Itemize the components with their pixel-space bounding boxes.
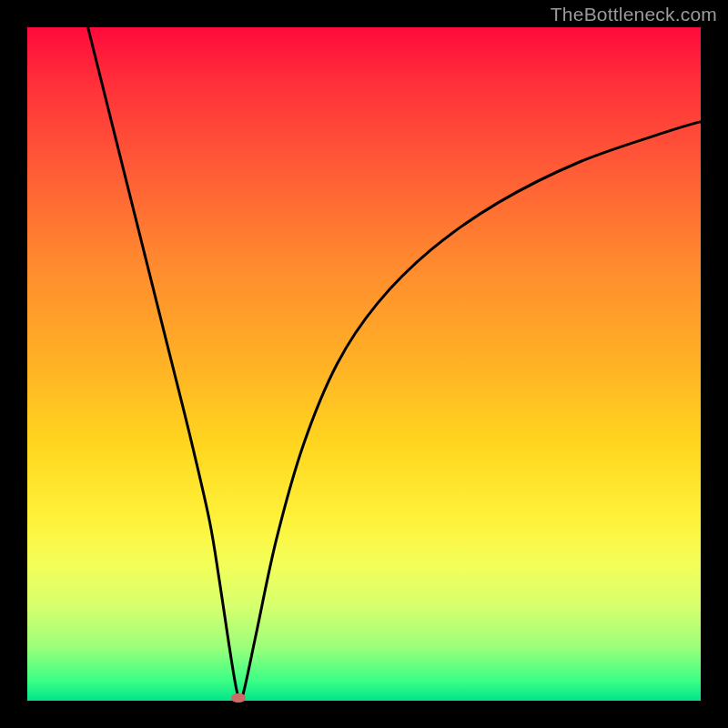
plot-area [27,27,701,701]
watermark-text: TheBottleneck.com [551,4,717,25]
chart-frame: TheBottleneck.com [0,0,728,728]
curve-path [88,27,701,701]
min-point-marker [231,693,246,703]
bottleneck-curve [27,27,701,701]
